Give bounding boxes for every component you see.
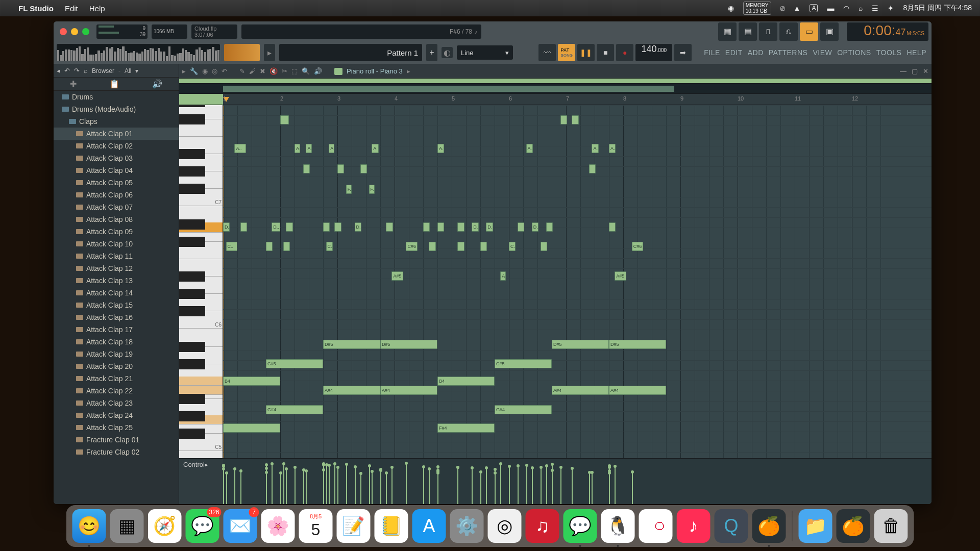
midi-note[interactable]: D.. (272, 222, 280, 232)
tree-item[interactable]: Attack Clap 11 (54, 250, 179, 262)
siri-icon[interactable]: ✦ (888, 4, 894, 12)
wifi-icon[interactable]: ◠ (843, 4, 849, 12)
menu-add[interactable]: ADD (746, 46, 766, 59)
minimize-pr-icon[interactable]: ― (900, 67, 906, 75)
midi-note[interactable]: A#4 (609, 386, 666, 395)
midi-note[interactable]: C#6 (632, 242, 643, 251)
memory-indicator[interactable]: MEMORY10.19 GB (743, 2, 771, 15)
dock-flstudio[interactable]: 🍊 (752, 509, 786, 543)
midi-note[interactable] (303, 164, 310, 173)
record-icon[interactable]: ◉ (728, 4, 734, 12)
dock-safari[interactable]: 🧭 (148, 509, 182, 543)
midi-note[interactable]: D.. (355, 222, 361, 232)
midi-note[interactable] (240, 222, 247, 232)
battery-icon[interactable]: ▬ (827, 4, 834, 12)
project-info[interactable]: Cloud.flp 3:07:06 (191, 24, 237, 39)
note-color-swatch[interactable] (334, 68, 342, 75)
midi-note[interactable]: D.. (486, 222, 493, 232)
back-icon[interactable]: ↶ (64, 67, 70, 74)
dock-app3[interactable]: 🍊 (837, 509, 870, 543)
midi-note[interactable] (437, 222, 444, 232)
menu-edit[interactable]: EDIT (723, 46, 745, 59)
dock-messages[interactable]: 💬326 (186, 509, 219, 543)
midi-note[interactable]: A.. (329, 144, 334, 153)
midi-note[interactable]: D.. (472, 222, 478, 232)
delete-tool-icon[interactable]: ✖ (260, 67, 265, 75)
tree-item[interactable]: Attack Clap 19 (54, 348, 179, 360)
pr-overview[interactable] (179, 84, 932, 94)
midi-note[interactable]: A#4 (323, 386, 380, 395)
zoom-tool-icon[interactable]: 🔍 (302, 67, 310, 75)
dock-app1[interactable]: ◎ (488, 509, 522, 543)
midi-note[interactable]: C.. (509, 242, 516, 251)
mixer-button[interactable]: ⎌ (779, 22, 798, 41)
stamp2-icon[interactable]: ◎ (212, 67, 217, 75)
browser-tree[interactable]: DrumsDrums (ModeAudio)ClapsAttack Clap 0… (54, 91, 179, 504)
mute-tool-icon[interactable]: 🔇 (270, 67, 278, 75)
midi-note[interactable]: D#5 (323, 340, 380, 349)
midi-note[interactable]: A.. (372, 144, 378, 153)
app-menu[interactable]: FL Studio (18, 4, 54, 13)
dock-calendar[interactable]: 8月55 (299, 509, 333, 543)
dock-qq[interactable]: 🐧 (601, 509, 635, 543)
tree-folder[interactable]: Drums (54, 91, 179, 103)
forward-icon[interactable]: ↷ (74, 67, 80, 74)
dock-appstore[interactable]: A (412, 509, 446, 543)
slice-tool-icon[interactable]: ✂ (282, 67, 287, 75)
midi-note[interactable] (386, 222, 393, 232)
channel-dropdown-icon[interactable]: ▸ (407, 67, 410, 75)
play-indicator-icon[interactable]: ▸ (264, 44, 275, 61)
memory-meter[interactable]: 1066 MB (152, 24, 187, 39)
undo-icon[interactable]: ↶ (222, 67, 227, 75)
midi-note[interactable]: A.. (306, 144, 311, 153)
midi-note[interactable]: B4 (437, 377, 495, 386)
control-label[interactable]: Control ▸ (179, 459, 223, 504)
record-button[interactable]: ● (616, 44, 633, 61)
tree-item[interactable]: Attack Clap 04 (54, 164, 179, 177)
search-icon[interactable]: ⌕ (84, 67, 88, 74)
tree-item[interactable]: Attack Clap 18 (54, 336, 179, 348)
midi-note[interactable] (457, 242, 464, 251)
dock-notes[interactable]: 📒 (375, 509, 408, 543)
midi-note[interactable]: A.. (437, 144, 444, 153)
midi-note[interactable]: C.. (326, 242, 333, 251)
midi-note[interactable] (429, 242, 435, 251)
tempo-display[interactable]: 140.000 (635, 44, 672, 61)
tree-item[interactable]: Attack Clap 12 (54, 262, 179, 274)
snap-select[interactable]: Line▾ (457, 45, 513, 60)
tree-item[interactable]: Attack Clap 17 (54, 323, 179, 336)
midi-note[interactable]: C#5 (495, 359, 552, 368)
midi-note[interactable] (223, 423, 280, 433)
midi-note[interactable] (518, 222, 524, 232)
note-area[interactable]: A..A..A..A..A..A..A..A..A..F..F..D..D..D… (223, 105, 932, 458)
midi-note[interactable] (423, 222, 430, 232)
midi-note[interactable]: D#5 (380, 340, 437, 349)
play-button[interactable]: ❚❚ (577, 44, 595, 61)
menu-patterns[interactable]: PATTERNS (767, 46, 810, 59)
midi-note[interactable]: C.. (226, 242, 237, 251)
midi-note[interactable]: D#5 (609, 340, 666, 349)
piano-roll-title[interactable]: Piano roll - Piano 3 (347, 67, 403, 75)
help-menu[interactable]: Help (89, 4, 105, 13)
menu-tools[interactable]: TOOLS (874, 46, 904, 59)
dock-settings[interactable]: ⚙️ (450, 509, 484, 543)
tree-folder[interactable]: Claps (54, 115, 179, 128)
visualizer[interactable] (57, 44, 220, 61)
midi-note[interactable] (546, 222, 553, 232)
midi-note[interactable]: G#4 (495, 405, 552, 414)
stamp-icon[interactable]: ◉ (202, 67, 208, 75)
dock-downloads[interactable]: 📁 (799, 509, 832, 543)
main-volume[interactable] (224, 44, 260, 61)
tree-item[interactable]: Attack Clap 23 (54, 397, 179, 409)
playback-tool-icon[interactable]: 🔊 (314, 67, 322, 75)
tree-item[interactable]: Attack Clap 05 (54, 177, 179, 189)
dock-netease[interactable]: ♫ (526, 509, 559, 543)
piano-roll-button[interactable]: ▤ (739, 22, 757, 41)
tool-icon[interactable]: 🔧 (190, 67, 198, 75)
menu-icon[interactable]: ▸ (182, 67, 186, 75)
menu-file[interactable]: FILE (702, 46, 722, 59)
edit-menu[interactable]: Edit (65, 4, 78, 13)
tree-item[interactable]: Fracture Clap 02 (54, 446, 179, 458)
midi-note[interactable] (541, 242, 547, 251)
paint-tool-icon[interactable]: 🖌 (249, 67, 256, 75)
